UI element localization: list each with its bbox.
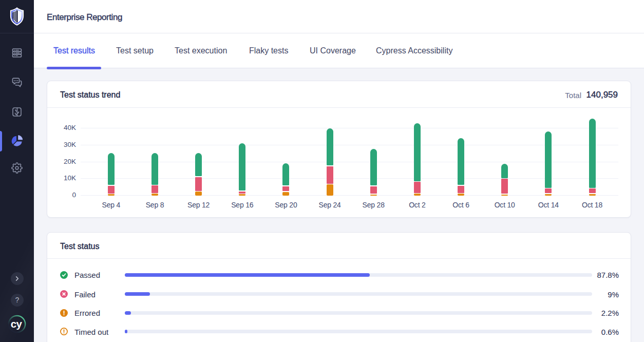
svg-text:c: c bbox=[11, 318, 16, 330]
svg-text:y: y bbox=[16, 318, 23, 330]
